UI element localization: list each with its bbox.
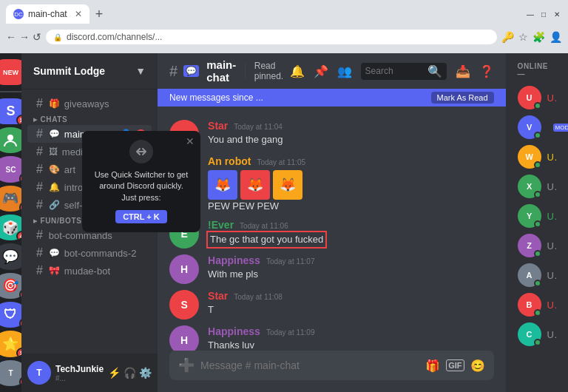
quick-switcher-close[interactable]: ✕ [186,135,195,147]
server-icon-8[interactable]: 🛡 8 [0,302,21,328]
address-bar-actions: 🔑 ☆ 🧩 👤 [501,31,562,43]
message-content-m3: !Ever Today at 11:06 The gc that got you… [208,219,494,249]
member-item-5[interactable]: Y Username5 [512,201,562,231]
category-chats[interactable]: ▸ CHATS [21,112,158,125]
hash-icon-art: # [36,163,43,176]
main-chat-emoji: 💬 [49,129,60,139]
status-dot-2 [534,132,541,139]
tab-close-button[interactable]: ✕ [75,9,82,19]
bell-icon[interactable]: 🔔 [290,64,305,78]
back-button[interactable]: ← [6,31,16,43]
server-icon-7[interactable]: 🎯 4 [0,273,21,299]
members-icon[interactable]: 👥 [337,64,352,78]
member-item-7[interactable]: A Username7 [512,260,562,290]
maximize-button[interactable]: □ [538,9,549,19]
server-icon-2[interactable] [0,127,21,153]
discord-app: NEW S 17 SC 1 🎮 3 🎲 48 💬 🎯 4 🛡 [0,53,568,392]
channel-name-mudae-bot: mudae-bot [64,266,146,277]
channel-item-mudae-bot[interactable]: # 🎀 mudae-bot [27,262,152,280]
member-item-6[interactable]: Z Username6 [512,231,562,260]
browser-chrome: DC main-chat ✕ + — □ ✕ ← → ↺ 🔒 discord.c… [0,0,568,53]
member-name-7: Username7 [547,270,556,281]
server-divider [0,91,21,92]
mark-as-read-button[interactable]: Mark As Read [431,92,494,104]
status-dot-3 [534,161,541,169]
lightning-icon[interactable]: ⚡ [108,367,121,379]
message-content-m6: Happiness Today at 11:09 Thanks luvDo I … [208,325,494,351]
chat-input-area: ➕ 🎁 GIF 😊 [158,351,506,392]
members-list: U Username1 V Username2 MOD W Username3 [506,83,568,349]
quick-switcher-tooltip: ✕ Use Quick Switcher to get around Disco… [82,131,200,232]
server-icon-6[interactable]: 💬 [0,243,21,269]
author-m1: Star [208,120,228,132]
lock-icon: 🔒 [53,33,62,41]
time-m6: Today at 11:09 [266,328,315,337]
extensions-icon[interactable]: 🧩 [532,31,545,43]
message-m4: H Happiness Today at 11:07 With me pls [169,253,494,285]
channel-item-giveaways[interactable]: # 🎁 giveaways [27,95,152,112]
refresh-button[interactable]: ↺ [33,31,41,43]
address-bar: ← → ↺ 🔒 discord.com/channels/... 🔑 ☆ 🧩 👤 [0,24,568,50]
member-item-4[interactable]: X Username4 [512,172,562,201]
main-chat-panel: # 💬 main-chat Read pinned. 🔔 📌 👥 🔍 📥 ❓ N… [158,53,506,392]
member-item-1[interactable]: U Username1 [512,83,562,112]
server-icon-10[interactable]: T 1 [0,360,21,386]
server-icon-1[interactable]: S 17 [0,98,21,124]
quick-switcher-text: Use Quick Switcher to get around Discord… [94,169,189,203]
url-bar[interactable]: 🔒 discord.com/channels/... [46,30,497,44]
star-icon[interactable]: ☆ [518,31,528,43]
server-icon-9[interactable]: ⭐ 11 [0,331,21,356]
time-m5: Today at 11:08 [234,293,283,301]
active-tab[interactable]: DC main-chat ✕ [6,4,89,24]
member-item-3[interactable]: W Username3 [512,142,562,172]
message-input[interactable] [200,351,419,380]
headphone-icon[interactable]: 🎧 [124,367,136,379]
member-item-2[interactable]: V Username2 MOD [512,112,562,142]
quick-switcher-shortcut[interactable]: CTRL + K [115,210,167,223]
author-m4: Happiness [208,254,260,266]
hash-icon-intros: # [36,180,43,194]
bot2-emoji: 💬 [49,248,60,258]
server-icon-4[interactable]: 🎮 3 [0,186,21,212]
server-icon-new[interactable]: NEW [0,59,21,85]
chat-channel-name: main-chat [206,58,236,84]
member-item-8[interactable]: B Username8 [512,290,562,320]
message-header-m6: Happiness Today at 11:09 [208,325,494,337]
chat-search[interactable]: 🔍 [361,63,447,80]
avatar-m4: H [169,254,199,284]
pinned-text[interactable]: Read pinned. [254,61,284,81]
attachment-icon[interactable]: ➕ [178,357,195,374]
new-messages-banner: New messages since ... Mark As Read [158,89,506,107]
server-name: Summit Lodge [33,65,105,77]
channel-item-bot-commands-2[interactable]: # 💬 bot-commands-2 [27,244,152,262]
settings-icon[interactable]: ⚙️ [139,367,152,379]
gif-icon[interactable]: GIF [446,359,464,371]
quick-switcher-arrow [129,140,153,163]
inbox-icon[interactable]: 📥 [456,64,470,78]
close-button[interactable]: ✕ [552,9,562,19]
search-input[interactable] [365,66,425,76]
server-header[interactable]: Summit Lodge ▼ [21,53,158,89]
member-avatar-8: B [518,293,541,317]
server-icon-3[interactable]: SC 1 [0,156,21,182]
messages-list: S Star Today at 11:04 You and the gang A… [158,107,506,351]
emoji-icon[interactable]: 😊 [470,359,485,373]
right-sidebar: ONLINE — U Username1 V Username2 MOD W [506,53,568,392]
server-footer: T TechJunkie #... ⚡ 🎧 ⚙️ [21,354,158,392]
minimize-button[interactable]: — [525,9,535,19]
pin-icon[interactable]: 📌 [314,64,328,78]
servers-sidebar: NEW S 17 SC 1 🎮 3 🎲 48 💬 🎯 4 🛡 [0,53,21,392]
author-m5: Star [208,290,228,302]
gift-icon[interactable]: 🎁 [425,359,440,373]
window-controls: — □ ✕ [525,9,562,19]
member-item-9[interactable]: C Username9 [512,320,562,349]
message-header-m3: !Ever Today at 11:06 [208,219,494,231]
forward-button[interactable]: → [19,31,30,43]
profile-icon[interactable]: 👤 [550,31,562,43]
new-tab-button[interactable]: + [91,7,108,22]
help-icon[interactable]: ❓ [479,64,494,78]
author-m6: Happiness [208,325,260,337]
message-m2: A An robot Today at 11:05 🦊 🦊 🦊 PEW PEW … [169,154,494,214]
server-badge-5: 48 [16,231,21,240]
server-icon-5[interactable]: 🎲 48 [0,214,21,240]
